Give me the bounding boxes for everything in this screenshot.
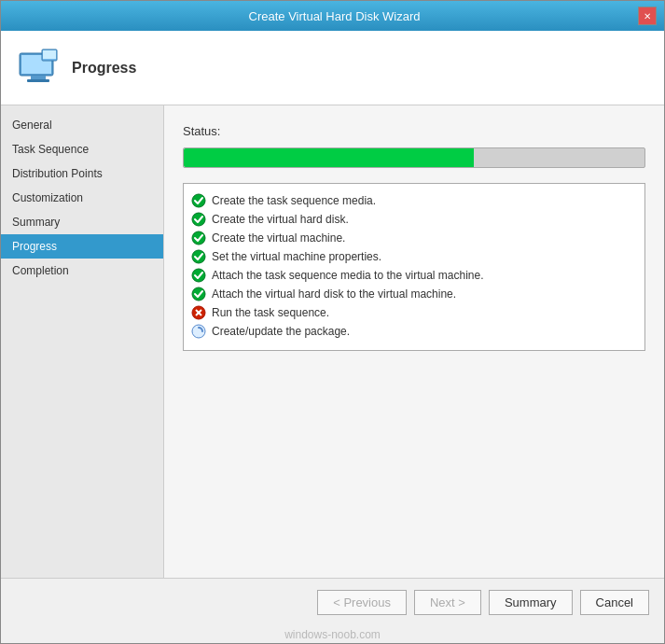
sidebar-item-distribution-points[interactable]: Distribution Points <box>1 161 163 186</box>
previous-button[interactable]: < Previous <box>317 590 407 615</box>
header-title: Progress <box>72 60 136 77</box>
window-controls: ✕ <box>638 7 657 25</box>
spinner-icon <box>191 324 206 339</box>
log-item: Set the virtual machine properties. <box>191 247 637 266</box>
footer: < Previous Next > Summary Cancel <box>1 578 664 626</box>
log-item-text: Set the virtual machine properties. <box>212 250 381 263</box>
check-icon <box>191 193 206 208</box>
main-panel: Status: Create the task sequence media.C… <box>164 105 664 578</box>
watermark: windows-noob.com <box>1 626 664 643</box>
window-title: Create Virtual Hard Disk Wizard <box>31 9 638 23</box>
check-icon <box>191 231 206 245</box>
sidebar: GeneralTask SequenceDistribution PointsC… <box>1 105 164 578</box>
next-button[interactable]: Next > <box>414 590 481 615</box>
progress-bar-fill <box>184 148 474 167</box>
title-bar: Create Virtual Hard Disk Wizard ✕ <box>1 1 664 31</box>
log-item: Create the virtual hard disk. <box>191 210 637 229</box>
wizard-window: Create Virtual Hard Disk Wizard ✕ Progre… <box>0 0 665 644</box>
svg-rect-2 <box>31 76 46 79</box>
sidebar-item-general[interactable]: General <box>1 113 163 137</box>
log-item-text: Create the virtual machine. <box>212 231 345 245</box>
sidebar-item-progress[interactable]: Progress <box>1 234 163 259</box>
log-item-text: Attach the virtual hard disk to the virt… <box>212 287 456 301</box>
log-item-text: Run the task sequence. <box>212 306 329 319</box>
check-icon <box>191 249 206 264</box>
content-area: GeneralTask SequenceDistribution PointsC… <box>1 105 664 578</box>
check-icon <box>191 268 206 283</box>
log-item: Run the task sequence. <box>191 303 637 322</box>
check-icon <box>191 287 206 301</box>
sidebar-item-completion[interactable]: Completion <box>1 259 163 283</box>
log-item: Attach the virtual hard disk to the virt… <box>191 285 637 303</box>
svg-rect-3 <box>27 79 49 82</box>
wizard-icon <box>16 46 61 91</box>
log-item: Create the virtual machine. <box>191 229 637 247</box>
close-button[interactable]: ✕ <box>638 7 657 25</box>
log-item: Attach the task sequence media to the vi… <box>191 266 637 285</box>
summary-button[interactable]: Summary <box>489 590 573 615</box>
svg-rect-5 <box>43 50 56 59</box>
cancel-button[interactable]: Cancel <box>580 590 649 615</box>
log-item-text: Create/update the package. <box>212 325 350 338</box>
log-item: Create/update the package. <box>191 322 637 341</box>
check-icon <box>191 212 206 227</box>
log-box: Create the task sequence media.Create th… <box>183 183 645 351</box>
header-area: Progress <box>1 31 664 105</box>
log-item-text: Attach the task sequence media to the vi… <box>212 269 484 282</box>
progress-bar-container <box>183 147 645 168</box>
status-label: Status: <box>183 124 645 138</box>
log-item: Create the task sequence media. <box>191 191 637 210</box>
log-item-text: Create the task sequence media. <box>212 194 376 207</box>
log-item-text: Create the virtual hard disk. <box>212 213 349 226</box>
error-icon <box>191 305 206 320</box>
sidebar-item-summary[interactable]: Summary <box>1 210 163 234</box>
sidebar-item-customization[interactable]: Customization <box>1 186 163 210</box>
sidebar-item-task-sequence[interactable]: Task Sequence <box>1 137 163 161</box>
